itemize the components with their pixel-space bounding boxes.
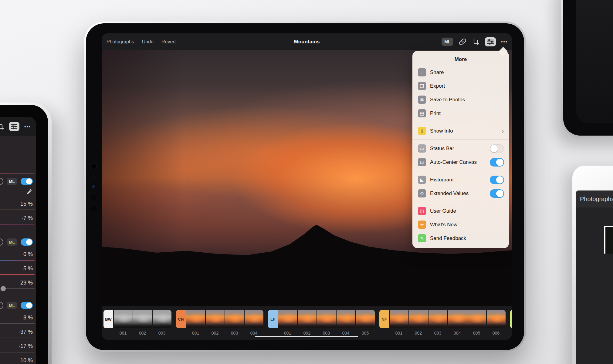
menu-item-save-to-photos[interactable]: ✽Save to Photos <box>412 93 509 106</box>
menu-item-status-bar[interactable]: ▭Status Bar <box>412 142 509 155</box>
filter-thumbnail-image <box>153 310 171 328</box>
more-ellipsis-button[interactable]: ••• <box>501 39 508 44</box>
crop-icon[interactable] <box>0 123 4 130</box>
reset-circle-button[interactable] <box>0 178 3 185</box>
filter-tag-bw[interactable]: BW <box>103 310 113 328</box>
slider-track[interactable] <box>0 338 35 338</box>
slider-track[interactable] <box>0 288 35 289</box>
filter-tag-cn[interactable]: CN <box>176 310 186 328</box>
slider-track[interactable] <box>0 173 35 174</box>
slider-track[interactable] <box>0 323 35 324</box>
slider-track[interactable] <box>0 352 35 352</box>
filter-thumb-label: 004 <box>250 331 257 335</box>
ml-pill[interactable]: ML <box>7 178 17 185</box>
ml-toggle[interactable] <box>21 178 33 185</box>
menu-item-label: Auto-Center Canvas <box>430 159 477 165</box>
filter-tag-nf[interactable]: NF <box>379 310 389 328</box>
filter-thumbnail-image <box>448 310 467 328</box>
filter-thumb-bw-001[interactable]: 001 <box>113 310 133 335</box>
filter-thumb-nf-006[interactable]: 006 <box>486 310 506 335</box>
filter-thumb-label: 005 <box>362 331 369 335</box>
filter-thumb-label: 002 <box>415 331 422 335</box>
filter-thumbnail-image <box>356 310 375 328</box>
histogram-icon: ◣ <box>418 176 426 184</box>
eyedropper-icon[interactable] <box>26 189 32 196</box>
more-ellipsis-icon[interactable]: ••• <box>24 124 31 129</box>
status-bar-toggle[interactable] <box>490 144 504 153</box>
histogram-toggle[interactable] <box>490 176 504 184</box>
toggle-knob <box>496 190 503 197</box>
menu-item-print[interactable]: ▤Print <box>412 106 509 120</box>
filter-thumb-nf-004[interactable]: 004 <box>448 310 467 335</box>
slider-track[interactable] <box>0 210 35 210</box>
filter-thumb-lf-003[interactable]: 003 <box>317 310 336 335</box>
share-icon: ↑ <box>418 68 426 76</box>
filmstrip-scroll-indicator[interactable] <box>255 336 358 337</box>
ml-toggle[interactable] <box>21 302 33 309</box>
menu-separator <box>412 122 509 122</box>
device-left-screen: ••• ML15 %-7 %ML0 %5 %29 %ML8 %-37 %-17 … <box>0 117 36 364</box>
toggle-knob <box>496 176 503 184</box>
device-right-header: Photographs <box>576 190 613 207</box>
export-icon: ❐ <box>418 82 426 90</box>
menu-item-whats-new[interactable]: ✳What's New <box>412 218 509 231</box>
menu-item-export[interactable]: ❐Export <box>412 79 509 93</box>
ml-badge-button[interactable]: ML <box>442 38 453 46</box>
toolbar-item-undo[interactable]: Undo <box>142 39 154 45</box>
crop-icon[interactable] <box>472 38 480 46</box>
filter-thumb-cn-001[interactable]: 001 <box>186 310 205 335</box>
heal-bandaid-icon[interactable] <box>458 38 467 46</box>
menu-item-label: Show Info <box>430 128 453 134</box>
chevron-right-icon: › <box>501 128 504 134</box>
filter-thumb-nf-005[interactable]: 005 <box>467 310 486 335</box>
filter-thumb-nf-002[interactable]: 002 <box>409 310 428 335</box>
reset-circle-button[interactable] <box>0 302 3 309</box>
menu-item-show-info[interactable]: iShow Info› <box>412 124 509 138</box>
filter-thumb-nf-001[interactable]: 001 <box>389 310 408 335</box>
eyedropper-row <box>0 189 35 196</box>
filter-thumb-lf-001[interactable]: 001 <box>278 310 297 335</box>
filter-tag-lf[interactable]: LF <box>268 310 278 328</box>
slider-value: 8 % <box>0 315 35 321</box>
toolbar-item-photographs[interactable]: Photographs <box>107 39 134 45</box>
ml-pill[interactable]: ML <box>7 238 17 246</box>
filter-thumb-lf-005[interactable]: 005 <box>356 310 375 335</box>
filter-tag-ls[interactable]: LS <box>510 310 512 328</box>
menu-item-share[interactable]: ↑Share <box>412 66 509 79</box>
slider-section-2: ML0 %5 %29 % <box>0 238 35 289</box>
ml-toggle[interactable] <box>21 238 33 246</box>
camera-dot-2 <box>91 195 96 200</box>
adjustments-icon[interactable] <box>9 122 19 131</box>
filter-thumb-lf-004[interactable]: 004 <box>336 310 355 335</box>
slider-track[interactable] <box>0 260 35 261</box>
ml-pill[interactable]: ML <box>7 302 17 309</box>
status-bar-icon: ▭ <box>418 144 426 153</box>
filter-thumb-bw-003[interactable]: 003 <box>152 310 171 335</box>
slider-track[interactable] <box>0 224 35 224</box>
filter-thumb-bw-002[interactable]: 002 <box>133 310 152 335</box>
extended-values-toggle[interactable] <box>490 189 504 198</box>
reset-circle-button[interactable] <box>0 238 3 246</box>
filter-thumb-cn-003[interactable]: 003 <box>225 310 244 335</box>
filter-thumb-label: 001 <box>395 331 402 335</box>
adjustments-icon-selected[interactable] <box>485 37 496 46</box>
menu-item-histogram[interactable]: ◣Histogram <box>412 173 509 187</box>
menu-item-send-feedback[interactable]: ✎Send Feedback <box>412 231 509 245</box>
adjustment-sliders-panel: ML15 %-7 %ML0 %5 %29 %ML8 %-37 %-17 %10 … <box>0 170 35 364</box>
menu-item-user-guide[interactable]: ◫User Guide <box>412 204 509 218</box>
top-toolbar: Mountains PhotographsUndoRevert ML <box>102 33 512 50</box>
slider-track[interactable] <box>0 274 35 275</box>
slider-thumb[interactable] <box>1 286 6 291</box>
auto-center-canvas-toggle[interactable] <box>490 158 504 167</box>
filter-thumb-cn-002[interactable]: 002 <box>205 310 225 335</box>
filter-thumb-label: 001 <box>192 331 199 335</box>
filter-thumb-lf-002[interactable]: 002 <box>297 310 317 335</box>
menu-item-extended-values[interactable]: ⊙Extended Values <box>412 187 509 200</box>
filter-thumb-cn-004[interactable]: 004 <box>244 310 263 335</box>
extended-values-icon: ⊙ <box>418 189 426 197</box>
filter-thumb-nf-003[interactable]: 003 <box>428 310 447 335</box>
menu-item-auto-center-canvas[interactable]: ⊡Auto-Center Canvas <box>412 155 509 169</box>
menu-item-label: Share <box>430 69 444 76</box>
toolbar-item-revert[interactable]: Revert <box>161 39 176 45</box>
user-guide-icon: ◫ <box>418 207 426 215</box>
